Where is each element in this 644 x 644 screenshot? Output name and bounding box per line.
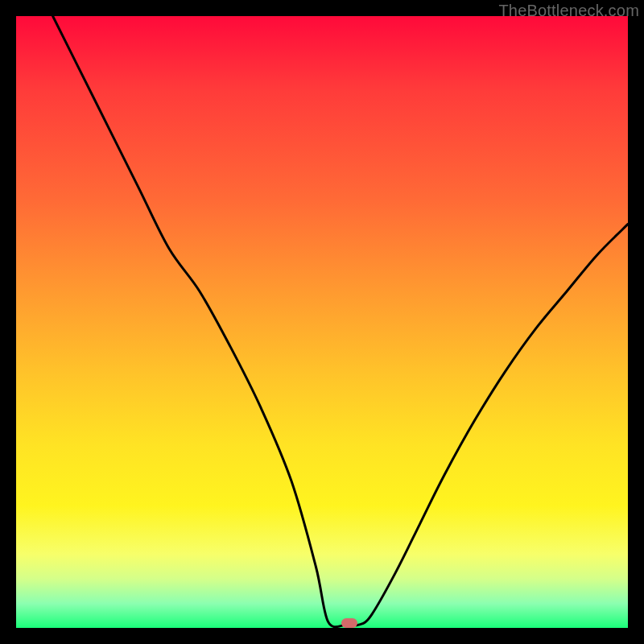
plot-area [16, 16, 628, 628]
bottleneck-marker [341, 618, 357, 628]
chart-frame: TheBottleneck.com [0, 0, 644, 644]
bottleneck-curve [16, 16, 628, 628]
watermark-text: TheBottleneck.com [498, 2, 639, 20]
